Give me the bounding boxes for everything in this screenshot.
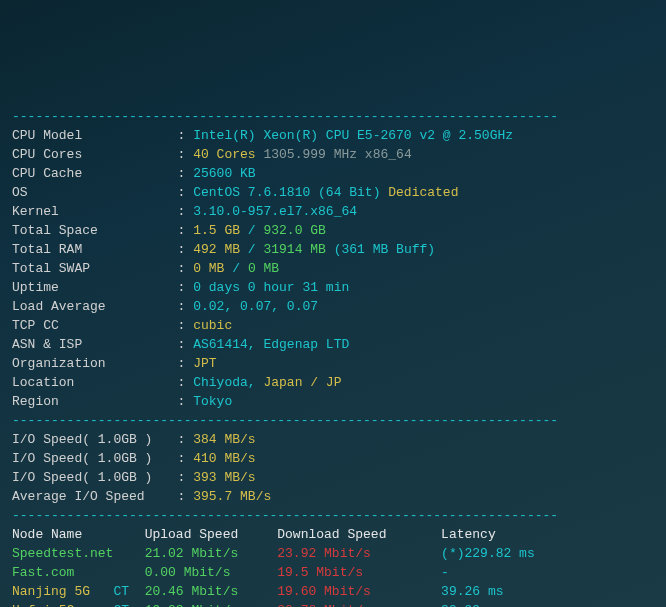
node-name: Hefei 5G	[12, 603, 113, 607]
tcp-cc-value: cubic	[193, 318, 232, 333]
download-speed: 19.60 Mbit/s	[277, 584, 441, 599]
ram-total: 31914 MB	[263, 242, 325, 257]
latency: (*)229.82 ms	[441, 546, 535, 561]
download-speed: 23.92 Mbit/s	[277, 546, 441, 561]
asn-isp-label: ASN & ISP	[12, 335, 162, 354]
tcp-cc-label: TCP CC	[12, 316, 162, 335]
col-node: Node Name	[12, 527, 145, 542]
region-label: Region	[12, 392, 162, 411]
load-avg-value: 0.02, 0.07, 0.07	[193, 299, 318, 314]
io-speed-2-label: I/O Speed( 1.0GB )	[12, 449, 162, 468]
location-country: Japan / JP	[263, 375, 341, 390]
col-latency: Latency	[441, 527, 496, 542]
region-value: Tokyo	[193, 394, 232, 409]
node-tag: CT	[113, 584, 144, 599]
org-value: JPT	[193, 356, 216, 371]
os-label: OS	[12, 183, 162, 202]
asn-isp-value: AS61414, Edgenap LTD	[193, 337, 349, 352]
upload-speed: 21.02 Mbit/s	[145, 546, 278, 561]
cpu-cores-count: 40 Cores	[193, 147, 255, 162]
upload-speed: 20.46 Mbit/s	[145, 584, 278, 599]
divider: ----------------------------------------…	[12, 508, 558, 523]
ram-used: 492 MB	[193, 242, 240, 257]
node-name: Nanjing 5G	[12, 584, 113, 599]
uptime-label: Uptime	[12, 278, 162, 297]
total-space-label: Total Space	[12, 221, 162, 240]
total-swap-label: Total SWAP	[12, 259, 162, 278]
node-name: Fast.com	[12, 565, 113, 580]
io-speed-2-value: 410 MB/s	[193, 451, 255, 466]
swap-used: 0 MB	[193, 261, 224, 276]
ram-buff: (361 MB Buff)	[334, 242, 435, 257]
location-city: Chiyoda,	[193, 375, 255, 390]
node-tag	[113, 565, 144, 580]
latency: -	[441, 565, 449, 580]
io-speed-avg-value: 395.7 MB/s	[193, 489, 271, 504]
load-avg-label: Load Average	[12, 297, 162, 316]
speedtest-table: Node Name Upload Speed Download Speed La…	[12, 525, 654, 607]
system-info-block: ----------------------------------------…	[12, 88, 654, 607]
cpu-cores-freq: 1305.999 MHz x86_64	[263, 147, 411, 162]
node-tag: CT	[113, 603, 144, 607]
upload-speed: 0.00 Mbit/s	[145, 565, 278, 580]
io-speed-3-value: 393 MB/s	[193, 470, 255, 485]
node-tag	[113, 546, 144, 561]
io-speed-1-label: I/O Speed( 1.0GB )	[12, 430, 162, 449]
uptime-value: 0 days 0 hour 31 min	[193, 280, 349, 295]
cpu-model-value: Intel(R) Xeon(R) CPU E5-2670 v2 @ 2.50GH…	[193, 128, 513, 143]
download-speed: 19.5 Mbit/s	[277, 565, 441, 580]
col-upload: Upload Speed	[145, 527, 278, 542]
os-value: CentOS 7.6.1810 (64 Bit)	[193, 185, 380, 200]
divider: ----------------------------------------…	[12, 109, 558, 124]
location-label: Location	[12, 373, 162, 392]
cpu-cores-label: CPU Cores	[12, 145, 162, 164]
kernel-label: Kernel	[12, 202, 162, 221]
io-speed-avg-label: Average I/O Speed	[12, 487, 162, 506]
io-speed-1-value: 384 MB/s	[193, 432, 255, 447]
col-download: Download Speed	[277, 527, 441, 542]
latency: 39.99 ms	[441, 603, 503, 607]
node-name: Speedtest.net	[12, 546, 113, 561]
io-speed-3-label: I/O Speed( 1.0GB )	[12, 468, 162, 487]
download-speed: 20.78 Mbit/s	[277, 603, 441, 607]
space-used: 1.5 GB	[193, 223, 240, 238]
total-ram-label: Total RAM	[12, 240, 162, 259]
divider: ----------------------------------------…	[12, 413, 558, 428]
org-label: Organization	[12, 354, 162, 373]
cpu-cache-label: CPU Cache	[12, 164, 162, 183]
upload-speed: 19.03 Mbit/s	[145, 603, 278, 607]
cpu-model-label: CPU Model	[12, 126, 162, 145]
space-total: 932.0 GB	[263, 223, 325, 238]
latency: 39.26 ms	[441, 584, 503, 599]
swap-total: 0 MB	[248, 261, 279, 276]
cpu-cache-value: 25600 KB	[193, 166, 255, 181]
kernel-value: 3.10.0-957.el7.x86_64	[193, 204, 357, 219]
os-tag: Dedicated	[388, 185, 458, 200]
